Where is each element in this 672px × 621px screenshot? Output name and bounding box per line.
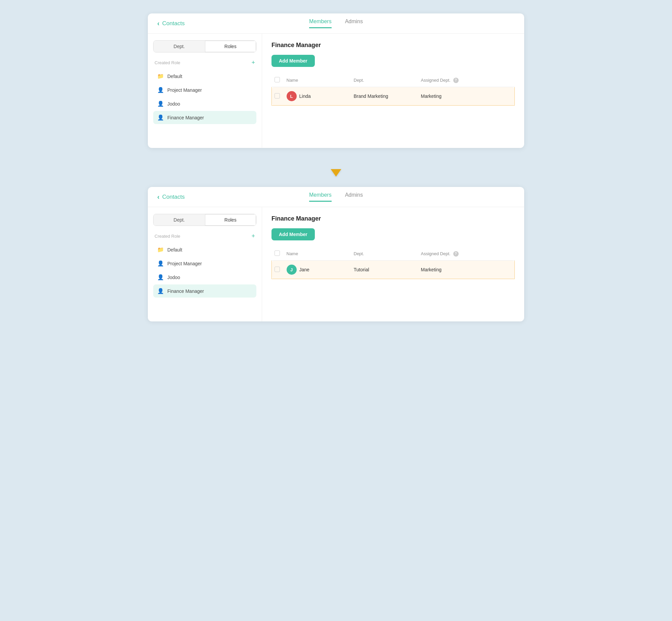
tab-members-1[interactable]: Members — [309, 18, 332, 28]
name-cell-2: J Jane — [287, 265, 348, 275]
role-label-pm-2: Project Manager — [167, 261, 202, 266]
panel-2-content: Finance Manager Add Member Name Dept. — [262, 207, 524, 321]
avatar-1: L — [287, 91, 297, 101]
table-row: L Linda Brand Marketing Marketing — [272, 87, 515, 106]
panel-1: ‹ Contacts Members Admins Dept. Roles Cr… — [148, 13, 524, 148]
dept-toggle-1[interactable]: Dept. — [154, 41, 205, 52]
th-assigned-label-2: Assigned Dept. — [421, 251, 451, 256]
table-row: J Jane Tutorial Marketing — [272, 261, 515, 279]
tab-admins-2[interactable]: Admins — [345, 192, 363, 202]
member-name-2: Jane — [299, 267, 309, 272]
person-icon-jodoo-2: 👤 — [157, 274, 164, 280]
table-wrapper-2: Name Dept. Assigned Dept. ? — [271, 247, 515, 279]
roles-toggle-1[interactable]: Roles — [205, 41, 256, 52]
members-table-1: Name Dept. Assigned Dept. ? — [271, 74, 515, 106]
folder-icon-2: 📁 — [157, 246, 164, 253]
members-table-2: Name Dept. Assigned Dept. ? — [271, 247, 515, 279]
svg-marker-1 — [331, 169, 341, 177]
role-label-jodoo-2: Jodoo — [167, 275, 180, 280]
row-assigned-cell-1: Marketing — [418, 87, 515, 106]
table-header-1: Name Dept. Assigned Dept. ? — [272, 74, 515, 87]
table-header-2: Name Dept. Assigned Dept. ? — [272, 247, 515, 261]
add-member-button-1[interactable]: Add Member — [271, 55, 315, 67]
sidebar-toggle-1: Dept. Roles — [153, 40, 256, 52]
row-checkbox-1[interactable] — [275, 93, 280, 99]
role-label-finance-1: Finance Manager — [167, 115, 204, 120]
add-member-button-2[interactable]: Add Member — [271, 228, 315, 240]
content-title-1: Finance Manager — [271, 42, 515, 49]
panel-1-content: Finance Manager Add Member Name Dept. — [262, 34, 524, 148]
sidebar-toggle-2: Dept. Roles — [153, 214, 256, 226]
th-checkbox-2 — [272, 247, 284, 261]
panel-1-header: ‹ Contacts Members Admins — [148, 13, 524, 34]
role-item-default-2[interactable]: 📁 Default — [153, 243, 256, 256]
created-role-label-1: Created Role — [155, 60, 180, 65]
role-item-default-1[interactable]: 📁 Default — [153, 70, 256, 83]
tab-container-1: Members Admins — [309, 18, 363, 28]
role-item-jodoo-2[interactable]: 👤 Jodoo — [153, 271, 256, 284]
person-icon-pm-2: 👤 — [157, 260, 164, 267]
panel-2: ‹ Contacts Members Admins Dept. Roles Cr… — [148, 187, 524, 321]
avatar-2: J — [287, 265, 297, 275]
panel-2-header: ‹ Contacts Members Admins — [148, 187, 524, 207]
role-item-pm-1[interactable]: 👤 Project Manager — [153, 83, 256, 96]
table-wrapper-1: Name Dept. Assigned Dept. ? — [271, 74, 515, 106]
role-item-finance-2[interactable]: 👤 Finance Manager — [153, 284, 256, 298]
role-item-pm-2[interactable]: 👤 Project Manager — [153, 257, 256, 270]
th-dept-1: Dept. — [351, 74, 418, 87]
person-icon-jodoo-1: 👤 — [157, 101, 164, 107]
tab-admins-1[interactable]: Admins — [345, 18, 363, 28]
dept-toggle-2[interactable]: Dept. — [154, 214, 205, 226]
th-assigned-1: Assigned Dept. ? — [418, 74, 515, 87]
back-chevron-icon-2: ‹ — [157, 193, 160, 201]
info-icon-1: ? — [453, 78, 459, 83]
header-checkbox-1[interactable] — [275, 77, 280, 82]
role-item-jodoo-1[interactable]: 👤 Jodoo — [153, 97, 256, 110]
row-assigned-cell-2: Marketing — [418, 261, 515, 279]
back-button-1[interactable]: ‹ Contacts — [157, 20, 185, 27]
row-checkbox-cell-1 — [272, 87, 284, 106]
name-cell-1: L Linda — [287, 91, 348, 101]
th-checkbox-1 — [272, 74, 284, 87]
role-label-jodoo-1: Jodoo — [167, 101, 180, 107]
row-checkbox-cell-2 — [272, 261, 284, 279]
row-name-cell-1: L Linda — [284, 87, 351, 106]
th-dept-2: Dept. — [351, 247, 418, 261]
role-label-finance-2: Finance Manager — [167, 288, 204, 294]
row-checkbox-2[interactable] — [275, 267, 280, 272]
down-arrow-icon — [328, 157, 344, 178]
row-dept-cell-1: Brand Marketing — [351, 87, 418, 106]
person-icon-finance-2: 👤 — [157, 288, 164, 294]
th-name-1: Name — [284, 74, 351, 87]
person-icon-pm-1: 👤 — [157, 87, 164, 93]
add-role-button-2[interactable]: + — [251, 233, 255, 240]
panel-1-body: Dept. Roles Created Role + 📁 Default 👤 P… — [148, 34, 524, 148]
created-role-label-2: Created Role — [155, 234, 180, 239]
panel-2-body: Dept. Roles Created Role + 📁 Default 👤 P… — [148, 207, 524, 321]
back-label-1: Contacts — [162, 20, 185, 27]
member-name-1: Linda — [299, 93, 311, 99]
tab-members-2[interactable]: Members — [309, 192, 332, 202]
th-assigned-2: Assigned Dept. ? — [418, 247, 515, 261]
panel-1-sidebar: Dept. Roles Created Role + 📁 Default 👤 P… — [148, 34, 262, 148]
role-label-pm-1: Project Manager — [167, 87, 202, 93]
row-name-cell-2: J Jane — [284, 261, 351, 279]
panel-2-sidebar: Dept. Roles Created Role + 📁 Default 👤 P… — [148, 207, 262, 321]
section-label-1: Created Role + — [153, 59, 256, 66]
section-label-2: Created Role + — [153, 233, 256, 240]
th-name-2: Name — [284, 247, 351, 261]
back-chevron-icon-1: ‹ — [157, 20, 160, 27]
add-role-button-1[interactable]: + — [251, 59, 255, 66]
content-title-2: Finance Manager — [271, 215, 515, 222]
role-label-default-1: Default — [167, 74, 182, 79]
header-checkbox-2[interactable] — [275, 250, 280, 256]
folder-icon-1: 📁 — [157, 73, 164, 79]
role-label-default-2: Default — [167, 247, 182, 253]
row-dept-cell-2: Tutorial — [351, 261, 418, 279]
role-item-finance-1[interactable]: 👤 Finance Manager — [153, 111, 256, 124]
arrow-container — [328, 148, 344, 187]
roles-toggle-2[interactable]: Roles — [205, 214, 256, 226]
th-assigned-label-1: Assigned Dept. — [421, 78, 451, 83]
back-button-2[interactable]: ‹ Contacts — [157, 193, 185, 201]
info-icon-2: ? — [453, 251, 459, 257]
